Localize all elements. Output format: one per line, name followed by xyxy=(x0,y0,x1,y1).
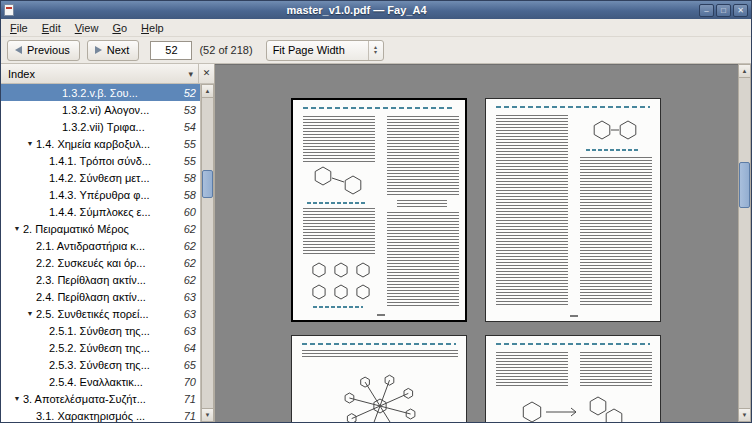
index-entry[interactable]: 1.4.3. Υπέρυθρα φ...58 xyxy=(1,186,200,203)
index-entry-label: 2.2. Συσκευές και όρ... xyxy=(36,257,179,269)
previous-button[interactable]: Previous xyxy=(7,40,80,61)
scroll-up-icon[interactable]: ▲ xyxy=(201,84,214,98)
index-entry[interactable]: 2.5.4. Εναλλακτικ...70 xyxy=(1,373,200,390)
index-entry-label: 3. Αποτελέσματα-Συζήτ... xyxy=(23,393,179,405)
index-entry-label: 1.4. Χημεία καρβοξυλ... xyxy=(36,138,179,150)
page-thumbnail[interactable] xyxy=(485,98,661,322)
index-entry-page: 58 xyxy=(184,172,196,184)
page-caption xyxy=(307,202,365,204)
index-entry-label: 3.1. Χαρακτηρισμός ... xyxy=(36,410,179,422)
index-entry-label: 2.5.2. Σύνθεση της... xyxy=(49,342,179,354)
index-entry[interactable]: 2.5.2. Σύνθεση της...64 xyxy=(1,339,200,356)
index-entry-page: 63 xyxy=(184,308,196,320)
index-entry-label: 2. Πειραματικό Μέρος xyxy=(23,223,179,235)
menu-edit[interactable]: Edit xyxy=(35,20,68,36)
menu-help[interactable]: Help xyxy=(134,20,171,36)
index-entry[interactable]: 1.4.2. Σύνθεση μετ...58 xyxy=(1,169,200,186)
menu-bar: FileEditViewGoHelp xyxy=(1,19,751,37)
index-entry[interactable]: 2.4. Περίθλαση ακτίν...63 xyxy=(1,288,200,305)
document-scrollbar-track[interactable] xyxy=(738,78,751,408)
index-entry-page: 52 xyxy=(184,87,196,99)
title-bar[interactable]: master_v1.0.pdf — Fay_A4 – □ ✕ xyxy=(1,1,751,19)
window-body: Index ▾ ✕ 1.3.2.v.β. Σου...521.3.2.vi) Α… xyxy=(1,64,751,422)
index-entry[interactable]: 2.5.1. Σύνθεση της...63 xyxy=(1,322,200,339)
index-entry-page: 53 xyxy=(184,104,196,116)
index-entry[interactable]: 1.3.2.v.β. Σου...52 xyxy=(1,84,200,101)
toolbar: Previous Next (52 of 218) Fit Page Width… xyxy=(1,37,751,64)
menu-view[interactable]: View xyxy=(68,20,106,36)
index-entry-page: 62 xyxy=(184,274,196,286)
page-thumbnail[interactable] xyxy=(291,98,467,322)
close-icon[interactable]: ✕ xyxy=(733,4,748,17)
index-entry-page: 71 xyxy=(184,393,196,405)
document-canvas[interactable] xyxy=(215,64,738,422)
index-entry-page: 54 xyxy=(184,121,196,133)
index-entry[interactable]: 1.4.4. Σύμπλοκες ε...60 xyxy=(1,203,200,220)
index-entry[interactable]: ▼3. Αποτελέσματα-Συζήτ...71 xyxy=(1,390,200,407)
index-entry-label: 2.5. Συνθετικές πορεί... xyxy=(36,308,179,320)
index-entry-label: 1.4.4. Σύμπλοκες ε... xyxy=(49,206,179,218)
page-text-block xyxy=(302,350,458,358)
page-caption xyxy=(313,306,363,308)
index-entry-label: 2.5.3. Σύνθεση της... xyxy=(49,359,179,371)
index-entry[interactable]: ▼2. Πειραματικό Μέρος62 xyxy=(1,220,200,237)
zoom-value: Fit Page Width xyxy=(267,44,368,56)
page-thumbnail[interactable] xyxy=(485,335,661,422)
index-entry-label: 2.1. Αντιδραστήρια κ... xyxy=(36,240,179,252)
menu-file[interactable]: File xyxy=(3,20,35,36)
index-entry[interactable]: 1.4.1. Τρόποι σύνδ...55 xyxy=(1,152,200,169)
index-entry-label: 1.4.2. Σύνθεση μετ... xyxy=(49,172,179,184)
index-scrollbar[interactable]: ▲ ▼ xyxy=(201,84,214,422)
page-text-block xyxy=(387,212,459,306)
index-entry-page: 63 xyxy=(184,291,196,303)
document-icon xyxy=(4,4,14,16)
menu-go[interactable]: Go xyxy=(105,20,134,36)
page-text-block xyxy=(580,157,652,305)
index-entry[interactable]: 2.3. Περίθλαση ακτίν...62 xyxy=(1,271,200,288)
index-tree[interactable]: 1.3.2.v.β. Σου...521.3.2.vi) Αλογον...53… xyxy=(1,84,201,422)
index-entry[interactable]: 2.1. Αντιδραστήρια κ...62 xyxy=(1,237,200,254)
side-pane-header: Index ▾ ✕ xyxy=(1,64,214,84)
index-entry-page: 62 xyxy=(184,223,196,235)
scroll-down-icon[interactable]: ▼ xyxy=(201,408,214,422)
next-button[interactable]: Next xyxy=(87,40,140,61)
index-entry[interactable]: 1.3.2.vi) Αλογον...53 xyxy=(1,101,200,118)
index-entry[interactable]: 1.3.2.vii) Τριφα...54 xyxy=(1,118,200,135)
zoom-select[interactable]: Fit Page Width ▴▾ xyxy=(266,40,384,61)
expander-icon[interactable]: ▼ xyxy=(24,310,36,317)
page-number-input[interactable] xyxy=(150,41,192,60)
index-scrollbar-thumb[interactable] xyxy=(202,170,213,198)
index-entry-page: 62 xyxy=(184,257,196,269)
expander-icon[interactable]: ▼ xyxy=(11,395,23,402)
index-entry[interactable]: ▼1.4. Χημεία καρβοξυλ...55 xyxy=(1,135,200,152)
index-entry-label: 1.3.2.vii) Τριφα... xyxy=(62,121,179,133)
previous-arrow-icon xyxy=(15,46,22,54)
index-entry-label: 1.4.3. Υπέρυθρα φ... xyxy=(49,189,179,201)
expander-icon[interactable]: ▼ xyxy=(24,140,36,147)
index-entry[interactable]: 2.5.3. Σύνθεση της...65 xyxy=(1,356,200,373)
index-scrollbar-track[interactable] xyxy=(201,98,214,408)
index-entry[interactable]: ▼2.5. Συνθετικές πορεί...63 xyxy=(1,305,200,322)
maximize-icon[interactable]: □ xyxy=(716,4,731,17)
scroll-up-icon[interactable]: ▲ xyxy=(738,64,751,78)
window-title: master_v1.0.pdf — Fay_A4 xyxy=(18,4,695,16)
index-entry[interactable]: 3.1. Χαρακτηρισμός ...71 xyxy=(1,407,200,422)
index-entry[interactable]: 2.2. Συσκευές και όρ...62 xyxy=(1,254,200,271)
page-count-label: (52 of 218) xyxy=(199,44,252,56)
chevron-down-icon[interactable]: ▾ xyxy=(183,69,198,79)
minimize-icon[interactable]: – xyxy=(699,4,714,17)
side-pane-close-button[interactable]: ✕ xyxy=(198,64,214,83)
page-text-block xyxy=(496,352,568,386)
side-pane-selector[interactable]: Index xyxy=(1,68,183,80)
page-header-line xyxy=(303,107,455,109)
page-thumbnail[interactable] xyxy=(291,335,467,422)
index-entry-page: 65 xyxy=(184,359,196,371)
index-entry-page: 60 xyxy=(184,206,196,218)
page-figure xyxy=(516,392,632,422)
scroll-down-icon[interactable]: ▼ xyxy=(738,408,751,422)
expander-icon[interactable]: ▼ xyxy=(11,225,23,232)
document-scrollbar-thumb[interactable] xyxy=(739,162,750,208)
page-text-block xyxy=(397,200,447,208)
thumbnail-grid xyxy=(291,98,661,422)
document-scrollbar[interactable]: ▲ ▼ xyxy=(738,64,751,422)
